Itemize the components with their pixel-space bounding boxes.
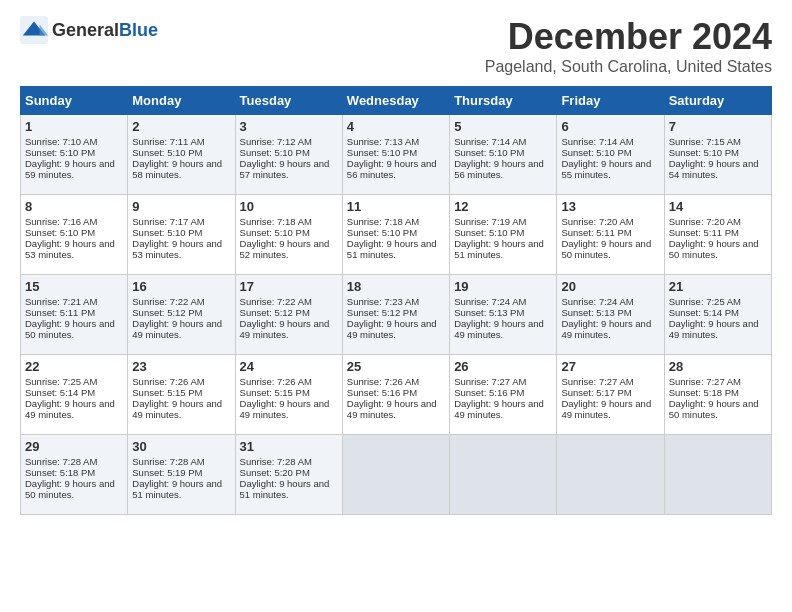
sunset-text: Sunset: 5:10 PM (25, 227, 123, 238)
sunrise-text: Sunrise: 7:16 AM (25, 216, 123, 227)
day-number: 9 (132, 199, 230, 214)
day-number: 16 (132, 279, 230, 294)
sunrise-text: Sunrise: 7:14 AM (561, 136, 659, 147)
day-number: 15 (25, 279, 123, 294)
month-title: December 2024 (485, 16, 772, 58)
day-number: 3 (240, 119, 338, 134)
daylight-text: Daylight: 9 hours and 54 minutes. (669, 158, 767, 180)
sunrise-text: Sunrise: 7:10 AM (25, 136, 123, 147)
daylight-text: Daylight: 9 hours and 52 minutes. (240, 238, 338, 260)
title-section: December 2024 Pageland, South Carolina, … (485, 16, 772, 76)
sunset-text: Sunset: 5:10 PM (454, 147, 552, 158)
calendar-cell: 30Sunrise: 7:28 AMSunset: 5:19 PMDayligh… (128, 435, 235, 515)
day-number: 20 (561, 279, 659, 294)
logo-icon (20, 16, 48, 44)
sunset-text: Sunset: 5:12 PM (347, 307, 445, 318)
daylight-text: Daylight: 9 hours and 50 minutes. (561, 238, 659, 260)
sunset-text: Sunset: 5:10 PM (25, 147, 123, 158)
daylight-text: Daylight: 9 hours and 50 minutes. (669, 238, 767, 260)
daylight-text: Daylight: 9 hours and 49 minutes. (669, 318, 767, 340)
sunrise-text: Sunrise: 7:23 AM (347, 296, 445, 307)
calendar-cell: 31Sunrise: 7:28 AMSunset: 5:20 PMDayligh… (235, 435, 342, 515)
sunset-text: Sunset: 5:12 PM (240, 307, 338, 318)
sunrise-text: Sunrise: 7:28 AM (240, 456, 338, 467)
daylight-text: Daylight: 9 hours and 51 minutes. (240, 478, 338, 500)
daylight-text: Daylight: 9 hours and 49 minutes. (25, 398, 123, 420)
daylight-text: Daylight: 9 hours and 50 minutes. (25, 478, 123, 500)
day-number: 10 (240, 199, 338, 214)
sunset-text: Sunset: 5:10 PM (347, 147, 445, 158)
daylight-text: Daylight: 9 hours and 49 minutes. (454, 318, 552, 340)
day-number: 11 (347, 199, 445, 214)
calendar-cell: 3Sunrise: 7:12 AMSunset: 5:10 PMDaylight… (235, 115, 342, 195)
sunset-text: Sunset: 5:10 PM (132, 147, 230, 158)
day-number: 2 (132, 119, 230, 134)
calendar-cell: 15Sunrise: 7:21 AMSunset: 5:11 PMDayligh… (21, 275, 128, 355)
day-number: 27 (561, 359, 659, 374)
day-number: 5 (454, 119, 552, 134)
day-number: 21 (669, 279, 767, 294)
sunset-text: Sunset: 5:20 PM (240, 467, 338, 478)
daylight-text: Daylight: 9 hours and 51 minutes. (132, 478, 230, 500)
header-thursday: Thursday (450, 87, 557, 115)
calendar-table: Sunday Monday Tuesday Wednesday Thursday… (20, 86, 772, 515)
calendar-cell: 21Sunrise: 7:25 AMSunset: 5:14 PMDayligh… (664, 275, 771, 355)
sunrise-text: Sunrise: 7:20 AM (669, 216, 767, 227)
day-number: 14 (669, 199, 767, 214)
sunrise-text: Sunrise: 7:24 AM (454, 296, 552, 307)
daylight-text: Daylight: 9 hours and 56 minutes. (454, 158, 552, 180)
day-number: 18 (347, 279, 445, 294)
header-tuesday: Tuesday (235, 87, 342, 115)
calendar-cell: 1Sunrise: 7:10 AMSunset: 5:10 PMDaylight… (21, 115, 128, 195)
sunrise-text: Sunrise: 7:27 AM (561, 376, 659, 387)
day-number: 4 (347, 119, 445, 134)
calendar-cell: 19Sunrise: 7:24 AMSunset: 5:13 PMDayligh… (450, 275, 557, 355)
sunrise-text: Sunrise: 7:27 AM (669, 376, 767, 387)
daylight-text: Daylight: 9 hours and 51 minutes. (454, 238, 552, 260)
calendar-week-0: 1Sunrise: 7:10 AMSunset: 5:10 PMDaylight… (21, 115, 772, 195)
calendar-week-4: 29Sunrise: 7:28 AMSunset: 5:18 PMDayligh… (21, 435, 772, 515)
calendar-cell: 7Sunrise: 7:15 AMSunset: 5:10 PMDaylight… (664, 115, 771, 195)
day-number: 29 (25, 439, 123, 454)
location-title: Pageland, South Carolina, United States (485, 58, 772, 76)
sunset-text: Sunset: 5:10 PM (240, 147, 338, 158)
day-number: 17 (240, 279, 338, 294)
sunrise-text: Sunrise: 7:26 AM (240, 376, 338, 387)
header-friday: Friday (557, 87, 664, 115)
daylight-text: Daylight: 9 hours and 53 minutes. (25, 238, 123, 260)
sunrise-text: Sunrise: 7:21 AM (25, 296, 123, 307)
calendar-cell: 6Sunrise: 7:14 AMSunset: 5:10 PMDaylight… (557, 115, 664, 195)
day-number: 22 (25, 359, 123, 374)
daylight-text: Daylight: 9 hours and 49 minutes. (561, 398, 659, 420)
calendar-cell: 14Sunrise: 7:20 AMSunset: 5:11 PMDayligh… (664, 195, 771, 275)
calendar-week-3: 22Sunrise: 7:25 AMSunset: 5:14 PMDayligh… (21, 355, 772, 435)
calendar-cell: 11Sunrise: 7:18 AMSunset: 5:10 PMDayligh… (342, 195, 449, 275)
sunrise-text: Sunrise: 7:18 AM (240, 216, 338, 227)
day-number: 6 (561, 119, 659, 134)
day-number: 26 (454, 359, 552, 374)
calendar-cell: 28Sunrise: 7:27 AMSunset: 5:18 PMDayligh… (664, 355, 771, 435)
day-number: 30 (132, 439, 230, 454)
sunrise-text: Sunrise: 7:15 AM (669, 136, 767, 147)
calendar-cell: 2Sunrise: 7:11 AMSunset: 5:10 PMDaylight… (128, 115, 235, 195)
daylight-text: Daylight: 9 hours and 49 minutes. (454, 398, 552, 420)
calendar-cell: 23Sunrise: 7:26 AMSunset: 5:15 PMDayligh… (128, 355, 235, 435)
daylight-text: Daylight: 9 hours and 50 minutes. (669, 398, 767, 420)
sunset-text: Sunset: 5:13 PM (561, 307, 659, 318)
daylight-text: Daylight: 9 hours and 58 minutes. (132, 158, 230, 180)
calendar-cell: 8Sunrise: 7:16 AMSunset: 5:10 PMDaylight… (21, 195, 128, 275)
sunset-text: Sunset: 5:11 PM (25, 307, 123, 318)
calendar-cell: 13Sunrise: 7:20 AMSunset: 5:11 PMDayligh… (557, 195, 664, 275)
sunrise-text: Sunrise: 7:12 AM (240, 136, 338, 147)
calendar-cell: 29Sunrise: 7:28 AMSunset: 5:18 PMDayligh… (21, 435, 128, 515)
sunrise-text: Sunrise: 7:26 AM (347, 376, 445, 387)
sunset-text: Sunset: 5:14 PM (669, 307, 767, 318)
day-number: 23 (132, 359, 230, 374)
daylight-text: Daylight: 9 hours and 49 minutes. (347, 398, 445, 420)
daylight-text: Daylight: 9 hours and 49 minutes. (561, 318, 659, 340)
daylight-text: Daylight: 9 hours and 49 minutes. (132, 318, 230, 340)
calendar-cell (342, 435, 449, 515)
sunrise-text: Sunrise: 7:11 AM (132, 136, 230, 147)
daylight-text: Daylight: 9 hours and 49 minutes. (240, 318, 338, 340)
days-header-row: Sunday Monday Tuesday Wednesday Thursday… (21, 87, 772, 115)
